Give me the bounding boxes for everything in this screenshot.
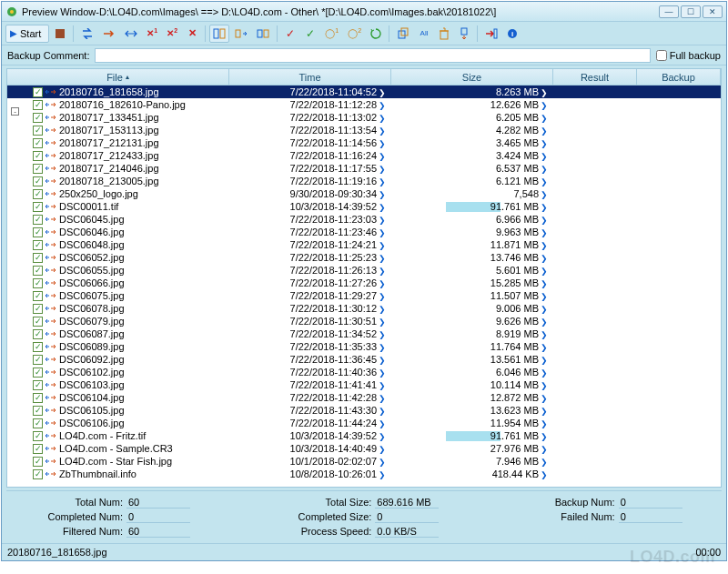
minimize-button[interactable]: — (659, 5, 679, 18)
start-button[interactable]: ▶ Start (5, 25, 49, 43)
table-row[interactable]: ✓DSC06105.jpg7/22/2018-11:43:30❯13.623 M… (7, 404, 721, 417)
row-checkbox[interactable]: ✓ (33, 329, 43, 339)
mirror-button[interactable] (253, 25, 273, 43)
exit-button[interactable] (481, 25, 501, 43)
table-row[interactable]: ✓DSC06087.jpg7/22/2018-11:34:52❯8.919 MB… (7, 327, 721, 340)
table-row[interactable]: ✓DSC06106.jpg7/22/2018-11:44:24❯11.954 M… (7, 417, 721, 429)
table-row[interactable]: ✓LO4D.com - Sample.CR310/3/2018-14:40:49… (7, 442, 721, 455)
row-checkbox[interactable]: ✓ (33, 126, 43, 136)
comment-input[interactable] (95, 48, 650, 63)
help-button[interactable]: i (503, 25, 521, 43)
table-row[interactable]: ✓20180717_214046.jpg7/22/2018-11:17:55❯6… (7, 162, 721, 175)
row-checkbox[interactable]: ✓ (33, 87, 43, 97)
row-checkbox[interactable]: ✓ (33, 240, 43, 250)
row-checkbox[interactable]: ✓ (33, 469, 43, 479)
table-row[interactable]: ✓DSC06045.jpg7/22/2018-11:23:03❯6.966 MB… (7, 213, 721, 226)
row-checkbox[interactable]: ✓ (33, 215, 43, 225)
row-checkbox[interactable]: ✓ (33, 202, 43, 212)
full-backup-checkbox[interactable]: Full backup (656, 50, 721, 61)
sync-left-button[interactable] (77, 25, 97, 43)
table-row[interactable]: ✓DSC06046.jpg7/22/2018-11:23:46❯9.963 MB… (7, 226, 721, 238)
table-row[interactable]: ✓DSC06048.jpg7/22/2018-11:24:21❯11.871 M… (7, 238, 721, 251)
column-backup[interactable]: Backup (637, 69, 721, 85)
full-backup-check-input[interactable] (656, 50, 667, 61)
row-checkbox[interactable]: ✓ (33, 380, 43, 390)
table-row[interactable]: ✓DSC06079.jpg7/22/2018-11:30:51❯9.626 MB… (7, 315, 721, 327)
table-row[interactable]: ✓20180717_133451.jpg7/22/2018-11:13:02❯6… (7, 111, 721, 124)
row-checkbox[interactable]: ✓ (33, 189, 43, 199)
table-row[interactable]: ✓250x250_logo.jpg9/30/2018-09:30:34❯7,54… (7, 187, 721, 200)
table-row[interactable]: ✓20180717_212131.jpg7/22/2018-11:14:56❯3… (7, 136, 721, 149)
table-row[interactable]: ✓20180717_212433.jpg7/22/2018-11:16:24❯3… (7, 149, 721, 162)
table-row[interactable]: ✓LO4D.com - Star Fish.jpg10/1/2018-02:02… (7, 455, 721, 468)
table-row[interactable]: ✓20180716_181658.jpg7/22/2018-11:04:52❯8… (7, 86, 721, 98)
grid-body[interactable]: ✓20180716_181658.jpg7/22/2018-11:04:52❯8… (7, 86, 721, 487)
move-down-button[interactable] (455, 25, 473, 43)
table-row[interactable]: ✓20180717_153113.jpg7/22/2018-11:13:54❯4… (7, 124, 721, 136)
table-row[interactable]: ✓DSC06055.jpg7/22/2018-11:26:13❯5.601 MB… (7, 264, 721, 277)
watermark: LO4D.com (630, 548, 715, 567)
row-checkbox[interactable]: ✓ (33, 164, 43, 174)
row-checkbox[interactable]: ✓ (33, 100, 43, 110)
select-all-button[interactable]: All (415, 25, 433, 43)
column-time[interactable]: Time (229, 69, 391, 85)
table-row[interactable]: ✓DSC06103.jpg7/22/2018-11:41:41❯10.114 M… (7, 378, 721, 391)
column-file[interactable]: File▴ (7, 69, 229, 85)
check-red-button[interactable]: ✓ (281, 25, 299, 43)
titlebar[interactable]: Preview Window-D:\LO4D.com\Images\ ==> D… (2, 2, 726, 22)
table-row[interactable]: ✓DSC00011.tif10/3/2018-14:39:52❯91.761 M… (7, 200, 721, 213)
table-row[interactable]: ✓DSC06052.jpg7/22/2018-11:25:23❯13.746 M… (7, 251, 721, 264)
row-checkbox[interactable]: ✓ (33, 355, 43, 365)
row-checkbox[interactable]: ✓ (33, 406, 43, 416)
column-result[interactable]: Result (553, 69, 637, 85)
view-mode-button[interactable] (209, 25, 229, 43)
close-button[interactable]: ✕ (703, 5, 723, 18)
table-row[interactable]: ✓DSC06089.jpg7/22/2018-11:35:33❯11.764 M… (7, 340, 721, 353)
filter-o1-button[interactable]: ◯1 (321, 25, 342, 43)
maximize-button[interactable]: ☐ (681, 5, 701, 18)
table-row[interactable]: ✓DSC06078.jpg7/22/2018-11:30:12❯9.006 MB… (7, 302, 721, 315)
row-checkbox[interactable]: ✓ (33, 431, 43, 441)
sync-both-button[interactable] (121, 25, 141, 43)
row-checkbox[interactable]: ✓ (33, 151, 43, 161)
row-checkbox[interactable]: ✓ (33, 342, 43, 352)
tree-collapse-button[interactable]: - (11, 107, 19, 116)
row-checkbox[interactable]: ✓ (33, 227, 43, 237)
table-row[interactable]: ✓DSC06092.jpg7/22/2018-11:36:45❯13.561 M… (7, 353, 721, 366)
table-row[interactable]: ✓LO4D.com - Fritz.tif10/3/2018-14:39:52❯… (7, 429, 721, 442)
row-checkbox[interactable]: ✓ (33, 266, 43, 276)
skip-x1-button[interactable]: ✕1 (143, 25, 161, 43)
row-checkbox[interactable]: ✓ (33, 317, 43, 327)
row-checkbox[interactable]: ✓ (33, 113, 43, 123)
table-row[interactable]: ✓DSC06075.jpg7/22/2018-11:29:27❯11.507 M… (7, 289, 721, 302)
row-checkbox[interactable]: ✓ (33, 138, 43, 148)
row-checkbox[interactable]: ✓ (33, 368, 43, 378)
compare-button[interactable] (231, 25, 251, 43)
skip-x2-button[interactable]: ✕2 (163, 25, 181, 43)
table-row[interactable]: ✓DSC06102.jpg7/22/2018-11:40:36❯6.046 MB… (7, 366, 721, 378)
row-checkbox[interactable]: ✓ (33, 457, 43, 467)
row-checkbox[interactable]: ✓ (33, 176, 43, 186)
copy-all-button[interactable] (393, 25, 413, 43)
table-row[interactable]: ✓ZbThumbnail.info10/8/2018-10:26:01❯418.… (7, 468, 721, 480)
row-checkbox[interactable]: ✓ (33, 393, 43, 403)
column-size[interactable]: Size (391, 69, 553, 85)
table-row[interactable]: ✓DSC06104.jpg7/22/2018-11:42:28❯12.872 M… (7, 391, 721, 404)
row-checkbox[interactable]: ✓ (33, 418, 43, 428)
cancel-button[interactable]: ✕ (183, 25, 201, 43)
delete-button[interactable] (435, 25, 453, 43)
sync-right-button[interactable] (99, 25, 119, 43)
stop-button[interactable] (51, 25, 69, 43)
recycle-button[interactable] (367, 25, 385, 43)
filter-o2-button[interactable]: ◯2 (344, 25, 365, 43)
row-checkbox[interactable]: ✓ (33, 304, 43, 314)
row-checkbox[interactable]: ✓ (33, 253, 43, 263)
table-row[interactable]: ✓20180716_182610-Pano.jpg7/22/2018-11:12… (7, 98, 721, 111)
row-checkbox[interactable]: ✓ (33, 278, 43, 288)
table-row[interactable]: ✓DSC06066.jpg7/22/2018-11:27:26❯15.285 M… (7, 277, 721, 289)
row-checkbox[interactable]: ✓ (33, 444, 43, 454)
table-row[interactable]: ✓20180718_213005.jpg7/22/2018-11:19:16❯6… (7, 175, 721, 187)
row-checkbox[interactable]: ✓ (33, 291, 43, 301)
total-size-label: Total Size: (249, 497, 371, 508)
check-green-button[interactable]: ✓ (301, 25, 319, 43)
